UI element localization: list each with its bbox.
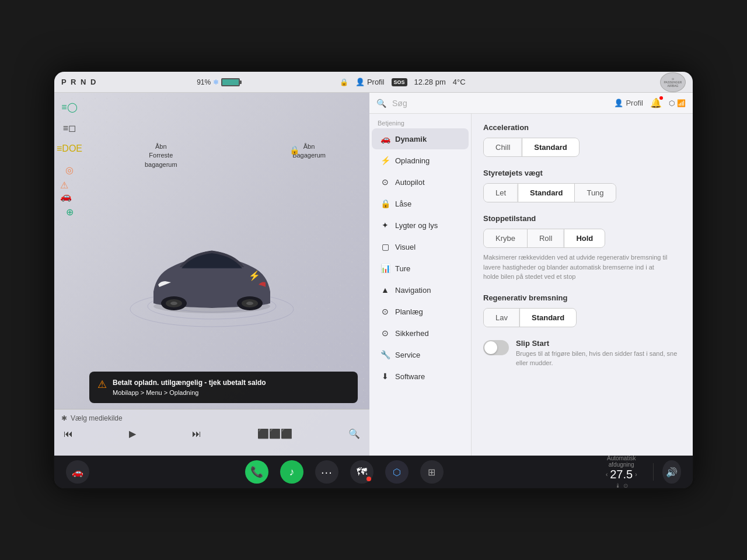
standard-regen-button[interactable]: Standard [520, 309, 576, 327]
menu-item-lygter[interactable]: ✦ Lygter og lys [372, 215, 469, 236]
menu-item-sikkerhed[interactable]: ⊙ Sikkerhed [372, 323, 469, 344]
defrost-label: Automatisk afdugning [599, 455, 644, 468]
steering-title: Styretøjets vægt [483, 169, 681, 177]
sikkerhed-icon: ⊙ [380, 328, 390, 338]
menu-category: Betjening [369, 116, 471, 128]
tung-button[interactable]: Tung [575, 184, 615, 202]
tesla-screen: P R N D 91% ❄ 🔒 👤 Profil SOS 12.28 pm 4°… [53, 70, 694, 490]
krybe-button[interactable]: Krybe [484, 229, 528, 247]
grid-button[interactable]: ⊞ [420, 460, 444, 484]
ture-icon: 📊 [380, 264, 390, 273]
play-button[interactable]: ▶ [127, 426, 138, 442]
notification-button[interactable]: 🔔 [650, 97, 662, 108]
search-input[interactable]: Søg [392, 99, 608, 108]
phone-button[interactable]: 📞 [245, 460, 268, 484]
menu-item-ture[interactable]: 📊 Ture [372, 258, 469, 279]
search-right: 👤 Profil 🔔 ⬡ 📶 [614, 97, 686, 108]
prev-track-button[interactable]: ⏮ [61, 426, 75, 442]
menu-item-label: Ture [395, 264, 410, 273]
slip-label: Slip Start Bruges til at frigøre bilen, … [516, 339, 681, 368]
menu-item-label: Sikkerhed [395, 329, 429, 338]
taskbar: 🚗 📞 ♪ ··· 🗺 ⬡ ⊞ Automatisk afdugning ‹ [54, 456, 693, 488]
menu-item-label: Visuel [395, 243, 416, 251]
menu-item-software[interactable]: ⬇ Software [372, 366, 469, 387]
media-player: ✱ Vælg mediekilde ⏮ ▶ ⏭ ⬛⬛⬛ 🔍 [54, 409, 369, 456]
door-label-front[interactable]: Åbn Forreste bagagerum [145, 142, 177, 169]
status-bar: P R N D 91% ❄ 🔒 👤 Profil SOS 12.28 pm 4°… [54, 72, 693, 93]
menu-item-dynamik[interactable]: 🚗 Dynamik [372, 128, 469, 149]
acceleration-section: Acceleration Chill Standard [483, 123, 681, 157]
car-svg: ⚡ [118, 216, 305, 332]
taskbar-right: Automatisk afdugning ‹ 27.5 › 🌡 ⊙ 🔊 [599, 455, 681, 489]
sos-badge: SOS [392, 78, 407, 86]
next-track-button[interactable]: ⏭ [190, 426, 204, 442]
menu-item-navigation[interactable]: ▲ Navigation [372, 279, 469, 300]
profile-button[interactable]: 👤 Profil [614, 99, 643, 107]
stop-group: Krybe Roll Hold [483, 229, 605, 248]
service-icon: 🔧 [380, 350, 390, 359]
equalizer-button[interactable]: ⬛⬛⬛ [255, 426, 295, 442]
menu-item-label: Service [395, 351, 420, 359]
dynamik-icon: 🚗 [380, 134, 390, 144]
profile-label-top[interactable]: 👤 Profil [355, 78, 385, 86]
snowflake-icon: ❄ [213, 78, 219, 86]
autopilot-icon: ⊙ [380, 177, 390, 187]
menu-item-planlaeg[interactable]: ⊙ Planlæg [372, 301, 469, 322]
map-button[interactable]: 🗺 [350, 460, 374, 484]
menu-item-visuel[interactable]: ▢ Visuel [372, 236, 469, 257]
temp-value: 27.5 [610, 468, 633, 481]
warning-text: Betalt opladn. utilgængelig - tjek ubeta… [113, 377, 266, 398]
prnd-indicator: P R N D [61, 78, 97, 86]
airbag-text2: AIRBAG [668, 84, 679, 88]
acceleration-title: Acceleration [483, 123, 681, 132]
warning-triangle-icon: ⚠ [97, 378, 107, 391]
settings-menu: Betjening 🚗 Dynamik ⚡ Opladning ⊙ Au [369, 114, 472, 456]
lygter-icon: ✦ [380, 220, 390, 230]
regen-section: Regenerativ bremsning Lav Standard [483, 293, 681, 327]
settings-detail: Acceleration Chill Standard Styretøjets … [472, 114, 693, 456]
slip-toggle[interactable] [483, 340, 509, 355]
hold-button[interactable]: Hold [564, 229, 605, 247]
menu-item-service[interactable]: 🔧 Service [372, 344, 469, 365]
menu-item-label: Navigation [395, 286, 431, 295]
visuel-icon: ▢ [380, 242, 390, 251]
slip-section: Slip Start Bruges til at frigøre bilen, … [483, 339, 681, 368]
settings-content: Betjening 🚗 Dynamik ⚡ Opladning ⊙ Au [369, 114, 693, 456]
volume-button[interactable]: 🔊 [662, 460, 681, 484]
let-button[interactable]: Let [484, 184, 518, 202]
planlaeg-icon: ⊙ [380, 307, 390, 316]
svg-text:⚡: ⚡ [249, 270, 260, 281]
lav-button[interactable]: Lav [484, 309, 520, 327]
standard-accel-button[interactable]: Standard [522, 138, 578, 156]
spotify-button[interactable]: ♪ [280, 460, 303, 484]
stop-section: Stoppetilstand Krybe Roll Hold Maksimere… [483, 214, 681, 282]
right-panel: 🔍 Søg 👤 Profil 🔔 ⬡ 📶 [369, 93, 693, 456]
menu-item-laase[interactable]: 🔒 Låse [372, 193, 469, 214]
media-controls: ⏮ ▶ ⏭ ⬛⬛⬛ 🔍 [61, 426, 362, 442]
opladning-icon: ⚡ [380, 156, 390, 165]
profile-icon: 👤 [614, 99, 623, 107]
search-media-button[interactable]: 🔍 [346, 426, 362, 442]
menu-item-opladning[interactable]: ⚡ Opladning [372, 150, 469, 171]
search-icon: 🔍 [376, 99, 386, 108]
navigation-icon: ▲ [380, 285, 390, 295]
stop-description: Maksimerer rækkevidden ved at udvide reg… [483, 253, 670, 282]
steering-section: Styretøjets vægt Let Standard Tung [483, 169, 681, 202]
chill-button[interactable]: Chill [484, 138, 522, 156]
notification-dot [659, 96, 663, 100]
bluetooth-icon: ⬡ [669, 99, 675, 107]
bluetooth-button[interactable]: ⬡ [385, 460, 409, 484]
lock-indicator: 🔒 [289, 145, 299, 155]
main-area: ≡◯ ≡◻ ≡DOE ◎ ⚠🚗 ⊕ Åbn Forreste bagagerum… [54, 93, 693, 456]
steering-group: Let Standard Tung [483, 183, 616, 202]
standard-steering-button[interactable]: Standard [518, 184, 575, 202]
signal-icon: 📶 [677, 99, 686, 107]
temp-control[interactable]: Automatisk afdugning ‹ 27.5 › 🌡 ⊙ [599, 455, 644, 489]
roll-button[interactable]: Roll [528, 229, 564, 247]
airbag-badge: ⊙ PASSENGER AIRBAG [660, 72, 686, 92]
menu-item-autopilot[interactable]: ⊙ Autopilot [372, 172, 469, 192]
warning-banner: ⚠ Betalt opladn. utilgængelig - tjek ube… [89, 372, 358, 404]
menu-item-label: Autopilot [395, 178, 425, 187]
media-dot-button[interactable]: ··· [315, 460, 338, 484]
car-app-button[interactable]: 🚗 [66, 460, 89, 484]
